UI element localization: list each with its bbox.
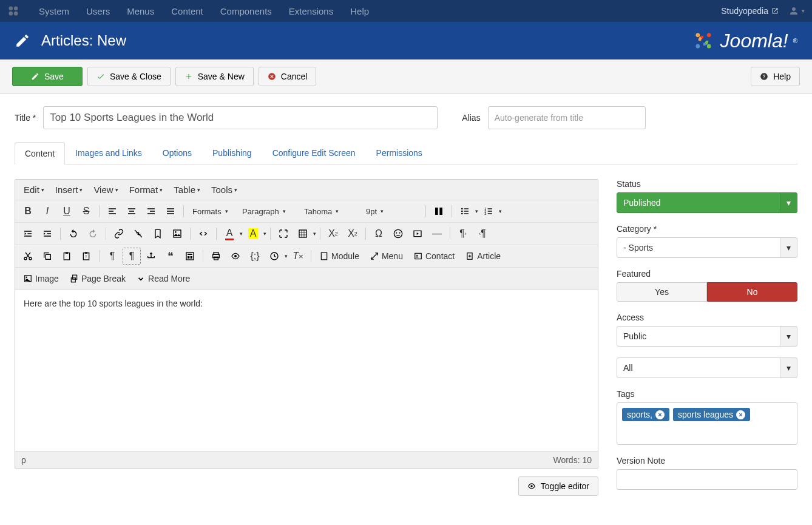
redo-icon[interactable]	[84, 225, 102, 242]
user-caret[interactable]: ▾	[802, 8, 805, 14]
paste-text-icon[interactable]: T	[77, 248, 95, 265]
hr-icon[interactable]: —	[428, 225, 446, 242]
cancel-button[interactable]: Cancel	[259, 67, 317, 86]
access-select[interactable]: Public ▾	[617, 326, 797, 347]
tab-edit-screen[interactable]: Configure Edit Screen	[262, 141, 366, 164]
tab-options[interactable]: Options	[152, 141, 202, 164]
strike-icon[interactable]: S	[77, 203, 95, 220]
link-icon[interactable]	[110, 225, 128, 242]
text-color-icon[interactable]: A	[220, 225, 239, 242]
italic-icon[interactable]: I	[38, 203, 56, 220]
site-link[interactable]: Studyopedia	[721, 6, 779, 16]
save-close-button[interactable]: Save & Close	[87, 67, 171, 86]
indent-icon[interactable]	[38, 225, 56, 242]
user-icon[interactable]	[788, 5, 799, 16]
menu-components[interactable]: Components	[212, 6, 280, 16]
ltr-icon[interactable]: ¶›	[454, 225, 472, 242]
help-button[interactable]: ? Help	[751, 67, 800, 86]
read-more-button[interactable]: Read More	[132, 270, 195, 287]
editor-menu-format[interactable]: Format▾	[129, 185, 163, 195]
show-blocks-icon[interactable]: ¶	[123, 248, 141, 265]
save-button[interactable]: Save	[12, 67, 83, 86]
align-justify-icon[interactable]	[161, 203, 180, 220]
formats-select[interactable]: Formats▾	[188, 205, 236, 218]
readmore-split-icon[interactable]	[430, 203, 448, 220]
table-icon[interactable]	[294, 225, 312, 242]
menu-system[interactable]: System	[30, 6, 78, 16]
show-invisible-icon[interactable]: ¶	[103, 248, 121, 265]
featured-yes[interactable]: Yes	[617, 282, 707, 302]
insert-image-button[interactable]: Image	[19, 270, 64, 287]
language-select[interactable]: All ▾	[617, 357, 797, 378]
align-center-icon[interactable]	[123, 203, 141, 220]
emoji-icon[interactable]	[389, 225, 407, 242]
anchor-icon[interactable]	[149, 225, 167, 242]
editor-body[interactable]: Here are the top 10 sports leagues in th…	[15, 290, 598, 451]
image-icon[interactable]	[168, 225, 186, 242]
title-input[interactable]	[43, 106, 438, 129]
category-select[interactable]: - Sports ▾	[617, 237, 797, 258]
page-break-button[interactable]: Page Break	[65, 270, 130, 287]
tags-input[interactable]: sports,× sports leagues×	[617, 402, 797, 445]
article-button[interactable]: Article	[461, 248, 506, 265]
menu-extensions[interactable]: Extensions	[280, 6, 342, 16]
bold-icon[interactable]: B	[19, 203, 37, 220]
menu-help[interactable]: Help	[342, 6, 377, 16]
number-list-icon[interactable]: 123	[479, 203, 498, 220]
media-icon[interactable]	[408, 225, 427, 242]
subscript-icon[interactable]: X2	[324, 225, 342, 242]
special-char-icon[interactable]: Ω	[370, 225, 388, 242]
editor-menu-tools[interactable]: Tools▾	[211, 185, 237, 195]
tab-publishing[interactable]: Publishing	[202, 141, 262, 164]
tab-images-links[interactable]: Images and Links	[65, 141, 152, 164]
template-icon[interactable]	[181, 248, 199, 265]
editor-menu-insert[interactable]: Insert▾	[55, 185, 83, 195]
font-select[interactable]: Tahoma▾	[299, 205, 360, 218]
featured-no[interactable]: No	[707, 282, 797, 302]
tag-remove-icon[interactable]: ×	[736, 410, 745, 419]
editor-menu-view[interactable]: View▾	[93, 185, 118, 195]
rtl-icon[interactable]: ‹¶	[473, 225, 492, 242]
block-select[interactable]: Paragraph▾	[237, 205, 298, 218]
fullscreen-icon[interactable]	[274, 225, 293, 242]
outdent-icon[interactable]	[19, 225, 37, 242]
print-icon[interactable]	[207, 248, 225, 265]
contact-button[interactable]: Contact	[409, 248, 459, 265]
editor-menu-edit[interactable]: Edit▾	[24, 185, 44, 195]
underline-icon[interactable]: U	[58, 203, 76, 220]
paste-icon[interactable]	[58, 248, 76, 265]
element-path[interactable]: p	[21, 455, 26, 465]
code-icon[interactable]	[194, 225, 212, 242]
tag-item[interactable]: sports leagues×	[673, 408, 750, 421]
editor-menu-table[interactable]: Table▾	[174, 185, 200, 195]
tag-remove-icon[interactable]: ×	[655, 410, 665, 419]
fontsize-select[interactable]: 9pt▾	[361, 205, 422, 218]
clear-format-icon[interactable]: T×	[289, 248, 307, 265]
menu-button[interactable]: Menu	[365, 248, 408, 265]
datetime-icon[interactable]	[265, 248, 283, 265]
bg-color-icon[interactable]: A	[244, 225, 262, 242]
save-new-button[interactable]: Save & New	[175, 67, 254, 86]
version-note-input[interactable]	[617, 469, 797, 490]
cut-icon[interactable]	[19, 248, 37, 265]
toggle-editor-button[interactable]: Toggle editor	[518, 476, 598, 496]
status-select[interactable]: Published ▾	[617, 192, 797, 213]
align-right-icon[interactable]	[142, 203, 160, 220]
tab-content[interactable]: Content	[15, 142, 65, 164]
align-left-icon[interactable]	[103, 203, 121, 220]
menu-content[interactable]: Content	[163, 6, 212, 16]
module-button[interactable]: Module	[315, 248, 364, 265]
tab-permissions[interactable]: Permissions	[366, 141, 433, 164]
blockquote-icon[interactable]: ❝	[161, 248, 180, 265]
undo-icon[interactable]	[64, 225, 83, 242]
bullet-list-icon[interactable]	[456, 203, 474, 220]
menu-menus[interactable]: Menus	[118, 6, 163, 16]
unlink-icon[interactable]	[129, 225, 147, 242]
preview-icon[interactable]	[226, 248, 245, 265]
alias-input[interactable]	[488, 106, 646, 129]
code-sample-icon[interactable]: {;}	[246, 248, 264, 265]
nbsp-icon[interactable]	[142, 248, 160, 265]
menu-users[interactable]: Users	[78, 6, 118, 16]
tag-item[interactable]: sports,×	[622, 408, 669, 421]
superscript-icon[interactable]: X2	[343, 225, 362, 242]
